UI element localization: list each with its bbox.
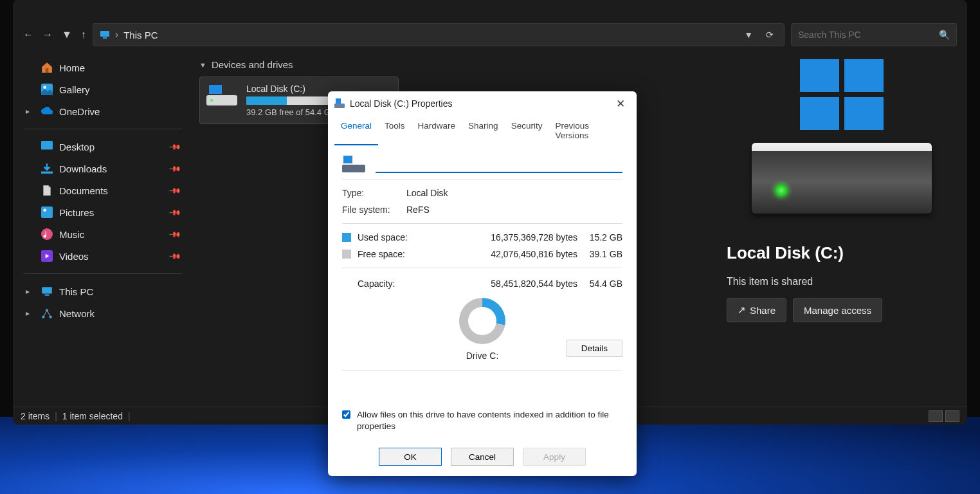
search-input[interactable]: [798, 30, 939, 40]
address-bar[interactable]: › This PC ▼ ⟳: [93, 23, 785, 46]
close-button[interactable]: ✕: [611, 95, 630, 113]
used-gb: 15.2 GB: [577, 232, 622, 242]
svg-rect-22: [343, 156, 352, 163]
toolbar: ← → ▼ ↑ › This PC ▼ ⟳ 🔍: [13, 18, 967, 51]
fs-value: ReFS: [406, 205, 622, 215]
tab-security[interactable]: Security: [505, 116, 549, 145]
forward-button[interactable]: →: [42, 29, 53, 41]
windows-logo-icon: [800, 59, 884, 130]
sidebar-item-network[interactable]: ▸ Network: [18, 302, 188, 324]
svg-point-8: [43, 208, 46, 212]
address-dropdown-icon[interactable]: ▼: [740, 30, 757, 40]
svg-rect-0: [100, 31, 109, 37]
sidebar-item-music[interactable]: Music 📌: [18, 223, 188, 245]
ok-button[interactable]: OK: [379, 448, 442, 466]
type-value: Local Disk: [406, 188, 622, 198]
pin-icon: 📌: [168, 206, 182, 219]
network-icon: [41, 307, 53, 319]
status-sep: |: [128, 411, 131, 421]
pin-icon: 📌: [168, 184, 182, 197]
sidebar-item-thispc[interactable]: ▸ This PC: [18, 280, 188, 302]
svg-point-4: [43, 86, 46, 89]
sidebar-item-videos[interactable]: Videos 📌: [18, 245, 188, 267]
details-button[interactable]: Details: [567, 340, 622, 357]
dialog-tabs: General Tools Hardware Sharing Security …: [328, 116, 637, 145]
svg-rect-6: [41, 172, 53, 174]
sidebar-item-desktop[interactable]: Desktop 📌: [18, 136, 188, 158]
svg-rect-23: [342, 165, 365, 172]
volume-label-input[interactable]: [376, 156, 622, 173]
sidebar-label-downloads: Downloads: [59, 163, 107, 174]
sidebar-label-thispc: This PC: [59, 286, 93, 297]
fs-key: File system:: [342, 205, 406, 215]
capacity-key: Capacity:: [358, 279, 468, 289]
free-swatch: [342, 250, 351, 259]
group-title: Devices and drives: [212, 59, 293, 70]
share-label: Share: [750, 305, 776, 316]
tab-hardware[interactable]: Hardware: [412, 116, 462, 145]
tab-general[interactable]: General: [334, 116, 378, 145]
cancel-button[interactable]: Cancel: [451, 448, 514, 466]
group-header-devices[interactable]: ▼ Devices and drives: [199, 57, 710, 77]
tab-previous-versions[interactable]: Previous Versions: [549, 116, 630, 145]
svg-rect-20: [334, 104, 345, 108]
chevron-right-icon[interactable]: ▸: [26, 309, 35, 318]
gallery-icon: [41, 84, 53, 95]
sidebar-item-gallery[interactable]: Gallery: [18, 78, 188, 100]
breadcrumb-location[interactable]: This PC: [123, 30, 735, 41]
chevron-down-icon: ▼: [199, 61, 206, 69]
donut-chart: [459, 298, 505, 344]
apply-button[interactable]: Apply: [523, 448, 586, 466]
sidebar-label-desktop: Desktop: [59, 142, 95, 152]
sidebar-label-videos: Videos: [59, 251, 89, 262]
manage-access-button[interactable]: Manage access: [793, 298, 882, 322]
breadcrumb-separator: ›: [115, 29, 118, 41]
drive-label: Drive C:: [466, 351, 499, 361]
separator: [342, 370, 622, 370]
sidebar-item-downloads[interactable]: Downloads 📌: [18, 158, 188, 179]
free-gb: 39.1 GB: [577, 249, 622, 259]
sidebar-item-documents[interactable]: Documents 📌: [18, 179, 188, 201]
details-shared: This item is shared: [727, 276, 813, 288]
view-details-button[interactable]: [929, 410, 943, 422]
svg-rect-21: [336, 98, 341, 104]
share-icon: ↗: [738, 304, 746, 316]
svg-rect-2: [46, 68, 49, 73]
capacity-bytes: 58,451,820,544 bytes: [468, 279, 577, 289]
index-label: Allow files on this drive to have conten…: [357, 409, 622, 432]
refresh-icon[interactable]: ⟳: [762, 30, 777, 40]
details-title: Local Disk (C:): [727, 243, 844, 263]
sidebar-item-onedrive[interactable]: ▸ OneDrive: [18, 100, 188, 122]
dialog-footer: OK Cancel Apply: [328, 440, 637, 476]
view-large-button[interactable]: [945, 410, 959, 422]
search-box[interactable]: 🔍: [791, 23, 957, 46]
tab-tools[interactable]: Tools: [378, 116, 412, 145]
back-button[interactable]: ←: [23, 29, 33, 41]
search-icon[interactable]: 🔍: [939, 30, 950, 40]
tab-sharing[interactable]: Sharing: [462, 116, 505, 145]
recent-dropdown[interactable]: ▼: [62, 29, 72, 41]
chevron-right-icon[interactable]: ▸: [26, 287, 35, 296]
dialog-titlebar[interactable]: Local Disk (C:) Properties ✕: [328, 91, 637, 116]
manage-label: Manage access: [804, 305, 871, 316]
sidebar-label-pictures: Pictures: [59, 207, 94, 218]
chevron-right-icon[interactable]: ▸: [26, 107, 35, 116]
sidebar-separator: [23, 129, 183, 129]
separator: [342, 223, 622, 224]
home-icon: [41, 62, 53, 73]
sidebar-item-pictures[interactable]: Pictures 📌: [18, 201, 188, 223]
sidebar-label-network: Network: [59, 308, 95, 319]
share-button[interactable]: ↗ Share: [727, 298, 786, 322]
up-button[interactable]: ↑: [81, 29, 86, 41]
capacity-fill: [246, 96, 287, 105]
desktop-icon: [41, 141, 53, 152]
separator: [342, 179, 622, 179]
videos-icon: [41, 250, 53, 262]
pictures-icon: [41, 206, 53, 218]
properties-dialog: Local Disk (C:) Properties ✕ General Too…: [328, 91, 637, 476]
pc-icon: [41, 286, 53, 297]
pin-icon: 📌: [168, 140, 182, 154]
index-checkbox[interactable]: [342, 410, 350, 419]
svg-rect-5: [41, 141, 53, 150]
sidebar-item-home[interactable]: Home: [18, 57, 188, 78]
